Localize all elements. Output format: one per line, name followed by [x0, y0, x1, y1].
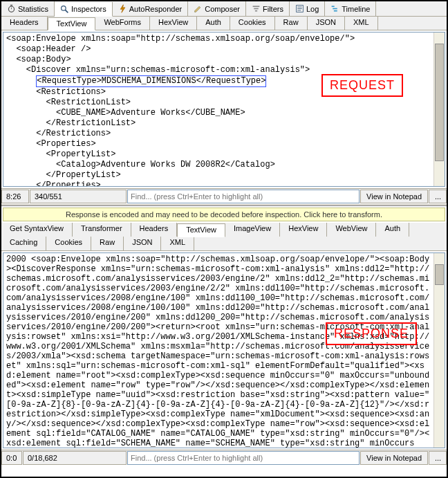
reqtab-auth[interactable]: Auth: [197, 17, 230, 30]
resptab-raw[interactable]: Raw: [91, 237, 124, 250]
response-view-notepad-button[interactable]: View in Notepad: [360, 451, 428, 465]
svg-rect-2: [10, 5, 12, 6]
resptab-imageview[interactable]: ImageView: [225, 223, 280, 237]
resptab-xml[interactable]: XML: [161, 237, 194, 250]
resptab-getsyntax[interactable]: Get SyntaxView: [1, 223, 73, 237]
tab-inspectors[interactable]: Inspectors: [55, 2, 113, 17]
svg-rect-7: [255, 10, 257, 12]
request-more-button[interactable]: ...: [429, 190, 447, 203]
request-find-input[interactable]: [127, 190, 360, 203]
tab-filters[interactable]: Filters: [246, 1, 290, 16]
svg-point-3: [62, 6, 66, 10]
reqtab-webforms[interactable]: WebForms: [95, 17, 150, 30]
stopwatch-icon: [7, 4, 16, 13]
tab-inspectors-label: Inspectors: [71, 5, 106, 13]
request-tabs: Headers TextView WebForms HexView Auth C…: [1, 17, 447, 30]
resp-cursor-pos: 0:0: [1, 451, 22, 465]
tab-autoresponder[interactable]: AutoResponder: [113, 1, 188, 16]
response-statusbar: 0:0 0/18,682 View in Notepad ...: [1, 450, 447, 465]
request-scrollbar[interactable]: [433, 33, 445, 186]
scroll-thumb[interactable]: [435, 264, 444, 285]
request-textview[interactable]: <soap:Envelope xmlns:soap="http://schema…: [3, 33, 433, 186]
resptab-cookies[interactable]: Cookies: [46, 237, 91, 250]
svg-rect-12: [332, 6, 335, 7]
timeline-icon: [330, 4, 339, 13]
resp-char-count: 0/18,682: [23, 451, 127, 465]
annotation-response: RESPONSE: [326, 322, 417, 345]
resptab-transformer[interactable]: Transformer: [73, 223, 131, 237]
svg-rect-14: [334, 10, 337, 12]
tab-timeline-label: Timeline: [342, 5, 370, 13]
reqtab-headers[interactable]: Headers: [1, 17, 48, 30]
resptab-caching[interactable]: Caching: [1, 237, 46, 250]
request-statusbar: 8:26 340/551 View in Notepad ...: [1, 188, 447, 203]
reqtab-xml[interactable]: XML: [345, 17, 378, 30]
tab-statistics-label: Statistics: [18, 5, 48, 13]
pencil-icon: [194, 4, 203, 13]
tab-statistics[interactable]: Statistics: [1, 1, 55, 16]
reqtab-textview[interactable]: TextView: [48, 17, 96, 30]
response-find-input[interactable]: [127, 451, 360, 465]
response-more-button[interactable]: ...: [429, 451, 447, 465]
svg-rect-5: [253, 6, 260, 7]
request-body-panel: <soap:Envelope xmlns:soap="http://schema…: [3, 32, 445, 187]
lightning-icon: [118, 4, 127, 13]
reqtab-cookies[interactable]: Cookies: [230, 17, 275, 30]
filter-icon: [252, 4, 261, 13]
req-char-count: 340/551: [30, 190, 127, 203]
response-scrollbar[interactable]: [433, 253, 445, 448]
resptab-webview[interactable]: WebView: [327, 223, 376, 237]
svg-rect-13: [333, 8, 338, 10]
magnifier-icon: [60, 5, 69, 14]
resptab-textview[interactable]: TextView: [177, 223, 225, 237]
tab-filters-label: Filters: [263, 5, 283, 13]
reqtab-raw[interactable]: Raw: [275, 17, 308, 30]
resptab-auth[interactable]: Auth: [376, 223, 409, 237]
main-tab-bar: Statistics Inspectors AutoResponder Comp…: [1, 1, 447, 17]
tab-timeline[interactable]: Timeline: [325, 1, 376, 16]
tab-autoresponder-label: AutoResponder: [129, 5, 182, 13]
scroll-thumb[interactable]: [435, 44, 444, 161]
resptab-json[interactable]: JSON: [124, 237, 161, 250]
reqtab-hexview[interactable]: HexView: [150, 17, 197, 30]
req-cursor-pos: 8:26: [1, 190, 29, 203]
request-view-notepad-button[interactable]: View in Notepad: [360, 190, 428, 203]
tab-composer[interactable]: Composer: [188, 1, 246, 16]
response-body-panel: 2000 <soap:Envelope xmlns:soap="http://s…: [3, 252, 445, 448]
tab-composer-label: Composer: [205, 5, 240, 13]
resptab-hexview[interactable]: HexView: [280, 223, 327, 237]
splitter[interactable]: [1, 203, 447, 206]
log-icon: [295, 4, 304, 13]
annotation-request: REQUEST: [321, 74, 403, 97]
svg-rect-6: [254, 8, 259, 10]
svg-line-4: [65, 10, 68, 12]
response-tabs: Get SyntaxView Transformer Headers TextV…: [1, 223, 447, 251]
tab-log-label: Log: [306, 5, 319, 13]
tab-log[interactable]: Log: [290, 1, 325, 16]
decode-bar[interactable]: Response is encoded and may need to be d…: [3, 208, 445, 221]
resptab-headers[interactable]: Headers: [131, 223, 178, 237]
response-textview[interactable]: 2000 <soap:Envelope xmlns:soap="http://s…: [3, 253, 433, 448]
reqtab-json[interactable]: JSON: [308, 17, 345, 30]
